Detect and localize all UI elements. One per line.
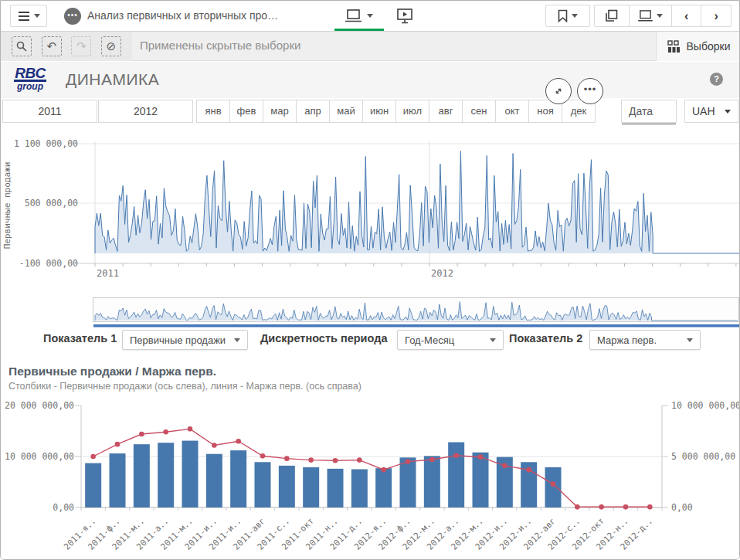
year-filter-2012[interactable]: 2012 (98, 100, 193, 123)
logo-text-top: RBC (14, 66, 46, 82)
app-title[interactable]: Анализ первичных и вторичных про… (87, 9, 278, 22)
bar-2012-м..[interactable] (473, 453, 489, 507)
line-point-2011-ф..[interactable] (115, 442, 121, 447)
line-point-2012-окт[interactable] (599, 504, 604, 510)
hidden-selections-message: Применены скрытые выборки (140, 39, 300, 52)
line-point-2012-авг[interactable] (551, 481, 556, 487)
selections-tool-button[interactable]: Выборки (656, 32, 740, 61)
bar-2012-я..[interactable] (375, 468, 392, 507)
month-filter-авг[interactable]: авг (429, 100, 463, 123)
bar-2012-авг[interactable] (545, 467, 562, 507)
left-tick-label: 10 000 000,00 (5, 451, 74, 462)
bar-2011-и..[interactable] (230, 450, 246, 507)
line-point-2012-с..[interactable] (575, 504, 580, 510)
month-filter-июн[interactable]: июн (362, 100, 396, 123)
undo-selection-button[interactable]: ↶ (42, 36, 62, 56)
period-dropdown[interactable]: Год-Месяц (397, 330, 504, 350)
indicator2-dropdown[interactable]: Маржа перв. (589, 330, 701, 350)
navigator-range-slider[interactable] (93, 324, 739, 328)
x-tick-label: 2011 (97, 268, 119, 279)
redo-selection-button[interactable]: ↷ (71, 36, 91, 56)
month-filter-май[interactable]: май (329, 100, 363, 123)
line-point-2011-и..[interactable] (236, 439, 241, 444)
currency-value: UAH (692, 105, 715, 117)
chevron-down-icon (234, 338, 240, 342)
line-point-2011-а..[interactable] (163, 429, 168, 435)
bar-2012-м..[interactable] (424, 456, 440, 507)
line-point-2011-с..[interactable] (284, 456, 290, 461)
chevron-left-icon: ‹ (684, 9, 688, 23)
bookmark-icon (558, 9, 568, 22)
line-point-2012-м..[interactable] (429, 457, 435, 463)
bar-2011-м..[interactable] (182, 441, 199, 507)
month-filter-мар[interactable]: мар (263, 100, 297, 123)
bar-2011-окт[interactable] (303, 467, 319, 507)
indicator1-dropdown[interactable]: Первичные продажи (122, 330, 248, 350)
period-value: Год-Месяц (405, 334, 454, 346)
storytelling-button[interactable] (396, 8, 415, 25)
bar-2011-н..[interactable] (328, 469, 344, 507)
bar-2011-д..[interactable] (351, 470, 368, 508)
expand-chart-button[interactable] (545, 78, 572, 104)
undo-icon: ↶ (46, 39, 56, 53)
line-point-2012-я..[interactable] (381, 467, 386, 473)
bar-2012-ф..[interactable] (400, 457, 416, 507)
top-toolbar: ••• Анализ первичных и вторичных про… (1, 1, 740, 32)
next-sheet-button[interactable]: › (701, 5, 731, 26)
combo-chart[interactable]: 20 000 000,0010 000 000,000,0010 000 000… (1, 396, 740, 560)
selection-tools: ↶ ↷ ⊘ (1, 32, 132, 61)
line-point-2011-н..[interactable] (333, 458, 338, 463)
bar-2011-с..[interactable] (279, 466, 295, 507)
month-filter-июл[interactable]: июл (395, 100, 429, 123)
chevron-down-icon (34, 14, 40, 18)
line-point-2012-д..[interactable] (647, 504, 653, 510)
line-point-2011-м..[interactable] (188, 426, 193, 432)
more-options-button[interactable]: ••• (577, 78, 603, 104)
line-point-2012-н..[interactable] (623, 504, 629, 510)
bar-2011-и..[interactable] (206, 454, 222, 507)
sheet-list-button[interactable] (629, 5, 670, 26)
line-point-2011-м..[interactable] (139, 432, 144, 437)
month-filter-янв[interactable]: янв (196, 100, 230, 123)
clear-selections-button[interactable]: ⊘ (101, 36, 121, 56)
month-filter-апр[interactable]: апр (296, 100, 330, 123)
app-thumbnail-icon[interactable]: ••• (64, 8, 81, 25)
bar-2011-я..[interactable] (85, 463, 101, 507)
area-fill[interactable] (95, 151, 739, 253)
combo-chart-svg: 20 000 000,0010 000 000,000,0010 000 000… (1, 396, 740, 560)
time-navigator[interactable] (1, 297, 740, 329)
bar-2012-а..[interactable] (448, 443, 464, 507)
bar-2011-авг[interactable] (255, 462, 271, 507)
line-point-2011-окт[interactable] (308, 457, 314, 463)
help-button[interactable]: ? (710, 73, 723, 86)
line-point-2012-м..[interactable] (478, 454, 484, 460)
line-point-2011-и..[interactable] (212, 443, 217, 448)
bookmark-group (545, 5, 590, 27)
month-filter-окт[interactable]: окт (495, 100, 529, 123)
sheet-view-button[interactable] (334, 1, 384, 31)
bar-2011-ф..[interactable] (110, 453, 126, 507)
bookmarks-button[interactable] (546, 5, 589, 26)
line-point-2012-ф..[interactable] (406, 459, 411, 464)
date-filter-field[interactable]: Дата (621, 100, 677, 123)
line-point-2012-и..[interactable] (526, 467, 531, 473)
sheet-nav-group: ‹ › (594, 5, 732, 27)
global-menu-button[interactable] (10, 5, 47, 27)
line-point-2011-я..[interactable] (90, 454, 96, 460)
month-filter-фев[interactable]: фев (229, 100, 263, 123)
primary-sales-area-chart[interactable]: 1 100 000,00500 000,00-100 000,002011201… (1, 124, 740, 294)
month-filter-сен[interactable]: сен (462, 100, 496, 123)
line-point-2012-а..[interactable] (453, 453, 459, 458)
line-point-2012-и..[interactable] (502, 463, 507, 469)
currency-dropdown[interactable]: UAH (684, 100, 738, 123)
line-point-2011-д..[interactable] (357, 457, 362, 463)
year-filter-2011[interactable]: 2011 (2, 100, 97, 123)
previous-sheet-button[interactable]: ‹ (672, 5, 701, 26)
smart-search-button[interactable] (12, 36, 32, 56)
line-point-2011-авг[interactable] (260, 453, 266, 459)
duplicate-sheet-button[interactable] (595, 5, 629, 26)
bar-2011-а..[interactable] (158, 443, 174, 507)
bar-2011-м..[interactable] (134, 444, 150, 507)
margin-line (93, 429, 650, 507)
combo-chart-title: Первичные продажи / Маржа перв. (8, 365, 216, 378)
